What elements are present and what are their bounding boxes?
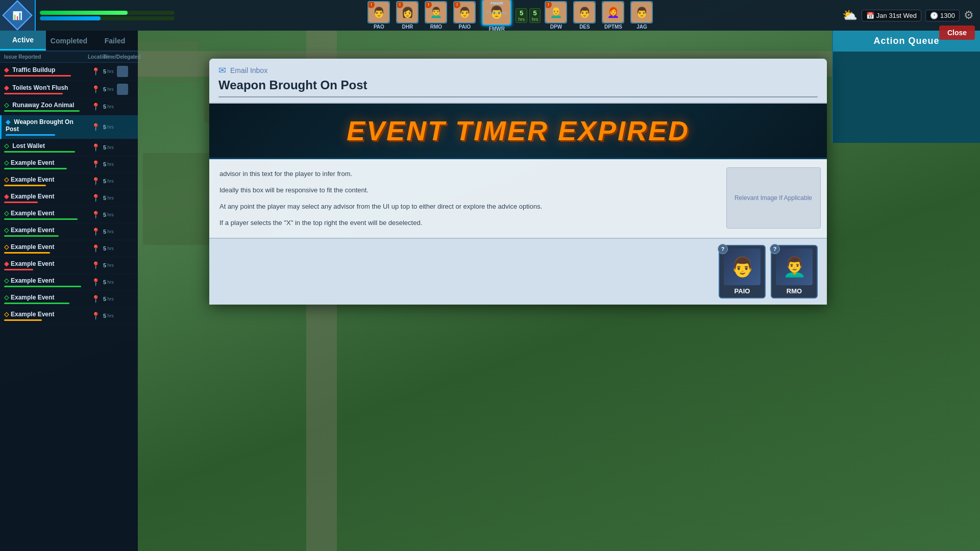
hours-value-2: 5 xyxy=(533,9,537,17)
advisor-jag[interactable]: 👨 JAG xyxy=(628,0,655,31)
event-name-cell: ◇Example Event xyxy=(4,227,88,237)
des-face: 👨 xyxy=(574,2,595,22)
advisor-paio[interactable]: 👨 ! PAIO xyxy=(451,0,478,31)
time-cell: 5hrs xyxy=(103,212,134,218)
event-item-example-1[interactable]: ◇Example Event 📍 5hrs xyxy=(0,156,138,173)
event-item-weapon[interactable]: ◆ Weapon Brought On Post 📍 5 hrs xyxy=(0,115,138,139)
tab-failed[interactable]: Failed xyxy=(92,31,138,51)
email-header: ✉ Email Inbox Weapon Brought On Post xyxy=(209,59,827,104)
advisor-dptms-avatar: 👩‍🦰 xyxy=(602,1,624,23)
time-value: 5 xyxy=(103,144,106,151)
event-list: ◆ Traffic Buildup 📍 5 hrs ◆ Toilets Won'… xyxy=(0,63,138,551)
time-cell: 5hrs xyxy=(103,313,134,319)
advisor-btn-paio[interactable]: ? 👨 PAIO xyxy=(719,245,766,298)
event-name-cell: ◇Example Event xyxy=(4,210,88,220)
advisor-dpw[interactable]: 👨‍🦲 ! DPW xyxy=(543,0,569,31)
event-dot: ◇ xyxy=(4,311,9,318)
event-dot: ◇ xyxy=(4,294,9,301)
close-button[interactable]: Close xyxy=(939,26,975,40)
event-item-lost-wallet[interactable]: ◇ Lost Wallet 📍 5 hrs xyxy=(0,139,138,156)
event-item-example-9[interactable]: ◇Example Event 📍 5hrs xyxy=(0,291,138,308)
time-value: 5 xyxy=(103,86,106,92)
event-name: ◆ Weapon Brought On Post xyxy=(6,118,88,133)
advisor-dhr[interactable]: 👩 ! DHR xyxy=(394,0,421,31)
time-cell: 5 hrs xyxy=(103,104,134,110)
clock-icon: 🕐 xyxy=(930,12,938,19)
time-value: 5 xyxy=(103,262,106,268)
health-bar-container xyxy=(36,9,179,22)
event-timer-banner: EVENT TIMER EXPIRED xyxy=(209,104,827,159)
event-item-example-4[interactable]: ◇Example Event 📍 5hrs xyxy=(0,207,138,223)
event-item-example-5[interactable]: ◇Example Event 📍 5hrs xyxy=(0,223,138,240)
rmo-name: RMO xyxy=(430,24,442,30)
right-sidebar-action-queue: Action Queue xyxy=(832,31,980,143)
advisor-rmo[interactable]: 👨‍🦱 ! RMO xyxy=(423,0,449,31)
time-cell: 5 hrs xyxy=(103,144,134,151)
event-item-example-8[interactable]: ◇Example Event 📍 5hrs xyxy=(0,274,138,291)
advisor-des[interactable]: 👨 DES xyxy=(571,0,598,31)
tab-active[interactable]: Active xyxy=(0,31,46,51)
time-value: 5 xyxy=(103,178,106,184)
tab-bar: Active Completed Failed xyxy=(0,31,138,52)
time-unit: hrs xyxy=(107,104,114,109)
event-progress-bar xyxy=(4,319,42,321)
time-unit: hrs xyxy=(107,263,114,268)
event-name-cell: ◇Example Event xyxy=(4,294,88,304)
advisor-btn-rmo[interactable]: ? 👨‍🦱 RMO xyxy=(771,245,818,298)
time-cell: 5hrs xyxy=(103,161,134,167)
event-item-example-10[interactable]: ◇Example Event 📍 5hrs xyxy=(0,308,138,324)
hours-badge-2: 5 hrs xyxy=(529,8,541,23)
header-time: Time/Delegated xyxy=(103,54,134,60)
email-divider xyxy=(218,96,818,97)
delegate-avatar xyxy=(117,66,128,77)
advisor-pao-avatar: 👨 ! xyxy=(368,1,390,23)
advisor-fmwr-avatar: 👨 FMWR Personality xyxy=(482,0,511,26)
event-item-example-2[interactable]: ◇Example Event 📍 5hrs xyxy=(0,173,138,190)
event-name-cell: ◆ Toilets Won't Flush xyxy=(4,84,88,94)
time-unit: hrs xyxy=(107,87,114,92)
body-paragraph-3: At any point the player may select any a… xyxy=(219,201,709,212)
body-paragraph-2: Ideally this box will be responsive to f… xyxy=(219,185,709,196)
tab-completed[interactable]: Completed xyxy=(46,31,92,51)
paio-btn-name: PAIO xyxy=(734,287,750,295)
event-name-cell: ◆Example Event xyxy=(4,193,88,203)
inbox-label: Email Inbox xyxy=(230,66,267,74)
location-icon: 📍 xyxy=(88,228,103,236)
event-item-example-7[interactable]: ◆Example Event 📍 5hrs xyxy=(0,257,138,274)
event-item-example-6[interactable]: ◇Example Event 📍 5hrs xyxy=(0,240,138,257)
location-icon: 📍 xyxy=(88,194,103,202)
event-progress-bar xyxy=(4,168,67,169)
event-item-zoo[interactable]: ◇ Runaway Zoo Animal 📍 5 hrs xyxy=(0,98,138,115)
location-icon: 📍 xyxy=(88,123,103,131)
event-progress-bar xyxy=(4,202,38,203)
event-item-example-3[interactable]: ◆Example Event 📍 5hrs xyxy=(0,190,138,207)
timer-expired-text: EVENT TIMER EXPIRED xyxy=(225,115,812,146)
time-unit: hrs xyxy=(107,229,114,234)
event-name: ◆Example Event xyxy=(4,260,88,267)
location-icon: 📍 xyxy=(88,143,103,152)
settings-button[interactable]: ⚙ xyxy=(964,9,974,22)
event-progress-bar xyxy=(4,235,59,237)
email-body: advisor in this text for the player to i… xyxy=(209,159,827,238)
advisor-dptms[interactable]: 👩‍🦰 DPTMS xyxy=(600,0,626,31)
health-bar xyxy=(40,11,175,15)
advisor-fmwr[interactable]: 👨 FMWR Personality FMWR xyxy=(480,0,513,33)
event-progress-bar xyxy=(4,286,81,287)
event-item-traffic-buildup[interactable]: ◆ Traffic Buildup 📍 5 hrs xyxy=(0,63,138,81)
event-progress-bar xyxy=(6,134,55,136)
time-value: 5 xyxy=(103,195,106,201)
event-dot: ◇ xyxy=(4,210,9,217)
event-item-toilets[interactable]: ◆ Toilets Won't Flush 📍 5 hrs xyxy=(0,81,138,98)
paio-btn-avatar: 👨 xyxy=(724,248,761,285)
time-cell: 5 hrs xyxy=(103,66,134,77)
time-text: 1300 xyxy=(940,12,955,19)
event-name: ◆ Traffic Buildup xyxy=(4,66,88,73)
logo-box: 📊 xyxy=(0,0,36,31)
relevant-image-label: Relevant Image If Applicable xyxy=(734,194,812,202)
time-unit: hrs xyxy=(107,145,114,150)
time-value: 5 xyxy=(103,212,106,218)
location-icon: 📍 xyxy=(88,177,103,185)
advisor-pao[interactable]: 👨 ! PAO xyxy=(365,0,392,31)
time-unit: hrs xyxy=(107,212,114,217)
time-value: 5 xyxy=(103,104,106,110)
